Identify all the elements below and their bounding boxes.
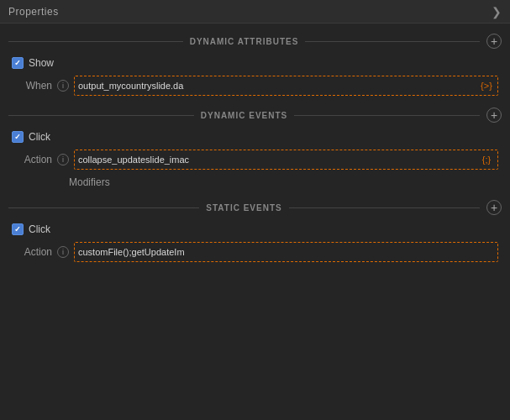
static-click-checkbox-row: Click xyxy=(0,222,510,237)
panel-body: DYNAMIC ATTRIBUTES + Show When i output_… xyxy=(0,24,510,420)
section-line-right-2 xyxy=(294,115,480,116)
modifiers-label: Modifiers xyxy=(69,176,110,188)
dynamic-events-header: DYNAMIC EVENTS + xyxy=(0,108,510,123)
dynamic-action-label: Action xyxy=(12,154,52,165)
show-checkbox[interactable] xyxy=(12,57,24,69)
dynamic-attributes-title: DYNAMIC ATTRIBUTES xyxy=(190,37,299,46)
dynamic-click-label: Click xyxy=(29,131,50,143)
panel-header: Properties ❯ xyxy=(0,0,510,24)
section-line-right-3 xyxy=(289,207,480,208)
dynamic-attributes-header: DYNAMIC ATTRIBUTES + xyxy=(0,34,510,49)
section-line-right xyxy=(305,41,480,42)
dynamic-events-add-button[interactable]: + xyxy=(486,108,502,123)
dynamic-attributes-section: DYNAMIC ATTRIBUTES + Show When i output_… xyxy=(0,34,510,97)
static-events-section: STATIC EVENTS + Click Action i customFil… xyxy=(0,200,510,264)
when-input-wrapper[interactable]: output_mycountryslide.da {>} xyxy=(74,76,498,96)
static-action-input-wrapper[interactable]: customFile();getUpdateIm xyxy=(74,242,498,262)
dynamic-action-input-value: collapse_updateslide_imac xyxy=(78,155,479,165)
section-line-left-3 xyxy=(8,207,199,208)
dynamic-action-info-icon[interactable]: i xyxy=(57,154,69,165)
dynamic-action-input-wrapper[interactable]: collapse_updateslide_imac {;} xyxy=(74,150,498,170)
dynamic-events-section: DYNAMIC EVENTS + Click Action i collapse… xyxy=(0,108,510,190)
section-line-left xyxy=(8,41,183,42)
static-action-info-icon[interactable]: i xyxy=(57,246,69,258)
static-click-checkbox[interactable] xyxy=(12,223,24,235)
show-label: Show xyxy=(29,57,54,69)
static-events-title: STATIC EVENTS xyxy=(206,203,281,213)
dynamic-events-title: DYNAMIC EVENTS xyxy=(201,111,287,120)
panel-title: Properties xyxy=(8,6,59,18)
static-action-field-row: Action i customFile();getUpdateIm xyxy=(0,240,510,264)
when-field-row: When i output_mycountryslide.da {>} xyxy=(0,74,510,97)
when-expr-icon[interactable]: {>} xyxy=(479,79,494,92)
dynamic-click-checkbox-row: Click xyxy=(0,129,510,144)
dynamic-action-field-row: Action i collapse_updateslide_imac {;} xyxy=(0,148,510,171)
dynamic-click-checkbox[interactable] xyxy=(12,131,24,143)
static-click-label: Click xyxy=(29,223,50,235)
properties-panel: Properties ❯ DYNAMIC ATTRIBUTES + Show W… xyxy=(0,0,510,420)
when-info-icon[interactable]: i xyxy=(57,80,69,92)
dynamic-action-expr-icon[interactable]: {;} xyxy=(479,153,494,166)
when-label: When xyxy=(12,80,52,92)
static-events-header: STATIC EVENTS + xyxy=(0,200,510,215)
dynamic-attributes-add-button[interactable]: + xyxy=(486,34,502,49)
modifiers-row: Modifiers xyxy=(0,175,510,190)
static-action-input-value: customFile();getUpdateIm xyxy=(78,247,494,257)
show-checkbox-row: Show xyxy=(0,55,510,71)
section-line-left-2 xyxy=(8,115,194,116)
static-action-label: Action xyxy=(12,246,52,258)
collapse-icon[interactable]: ❯ xyxy=(492,5,502,18)
when-input-value: output_mycountryslide.da xyxy=(78,81,479,91)
static-events-add-button[interactable]: + xyxy=(486,200,502,215)
